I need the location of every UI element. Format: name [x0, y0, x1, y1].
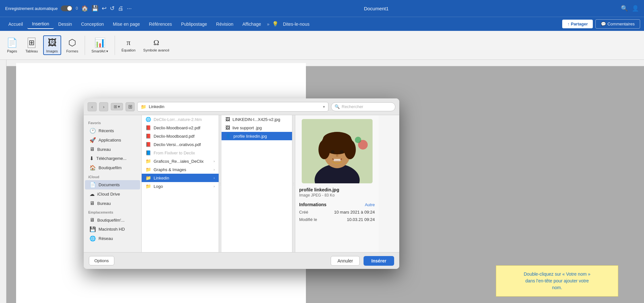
icloud-icon: ☁ — [90, 191, 95, 197]
linkedin-folder-item[interactable]: 📁 Linkedin › — [142, 174, 219, 182]
file-column-1: 🌐 DeClix-Lorr...nature-2.htm 📕 Declix-Mo… — [142, 115, 219, 252]
location-selector[interactable]: 📁 Linkedin ▾ — [137, 102, 328, 112]
more-icon[interactable]: ··· — [127, 5, 132, 12]
menu-insertion[interactable]: Insertion — [27, 19, 54, 29]
search-icon[interactable]: 🔍 — [621, 5, 628, 12]
menu-accueil[interactable]: Accueil — [4, 20, 27, 29]
options-button[interactable]: Options — [89, 256, 114, 265]
file-picker-dialog: ‹ › ⊞ ▾ ⊞ 📁 Linkedin ▾ 🔍 Rechercher Favo… — [84, 98, 399, 269]
search-box[interactable]: 🔍 Rechercher — [331, 102, 395, 111]
ribbon-symbole[interactable]: Ω Symbole avancé — [141, 37, 172, 53]
sidebar-item-recents[interactable]: 🕐 Récents — [85, 126, 140, 135]
folder-chevron: › — [213, 184, 215, 188]
sidebar-item-boutiquefilm2[interactable]: 🖥 Boutiquefilm'... — [85, 216, 140, 225]
menubar-right: ↑ Partager 💬 Commentaires — [562, 19, 640, 29]
sidebar-item-documents[interactable]: 📄 Documents — [85, 180, 140, 189]
titlebar: Enregistrement automatique 0 🏠 💾 ↩ ↺ 🖨 ·… — [0, 0, 644, 17]
redo-icon[interactable]: ↺ — [110, 5, 115, 12]
menu-conception[interactable]: Conception — [77, 20, 109, 29]
ribbon-sep-1 — [85, 36, 85, 55]
preview-created-row: Créé 10 mars 2021 à 09:24 — [299, 210, 375, 215]
folder-item[interactable]: 📁 Graphs & Images › — [142, 165, 219, 174]
sidebar-item-icloud-drive[interactable]: ☁ iCloud Drive — [85, 189, 140, 199]
html-file-icon: 🌐 — [146, 117, 151, 122]
sidebar-item-documents-label: Documents — [99, 182, 120, 187]
print-icon[interactable]: 🖨 — [118, 5, 124, 12]
save-icon[interactable]: 💾 — [91, 5, 99, 12]
comments-button[interactable]: 💬 Commentaires — [595, 19, 640, 29]
boutiquefilm-icon: 🏠 — [90, 165, 96, 171]
document-area: Prem Double-cliquez sur « Votre nom »dan… — [0, 60, 644, 303]
preview-modified-label: Modifié le — [299, 217, 317, 222]
titlebar-left: Enregistrement automatique 0 🏠 💾 ↩ ↺ 🖨 ·… — [5, 5, 132, 12]
pages-icon: 📄 — [6, 37, 18, 48]
ribbon-pages[interactable]: 📄 Pages — [4, 36, 20, 54]
file-item[interactable]: 🖼 live support .jpg — [222, 124, 292, 132]
search-icon: 🔍 — [335, 104, 340, 109]
menu-references[interactable]: Références — [145, 20, 177, 29]
ruler-vertical — [0, 60, 6, 303]
sidebar-item-bureau[interactable]: 🖥 Bureau — [85, 145, 140, 154]
ribbon-formes[interactable]: ⬡ Formes — [64, 36, 81, 54]
ribbon-equation[interactable]: π Équation — [119, 37, 138, 53]
menu-affichage[interactable]: Affichage — [238, 20, 266, 29]
file-item-name: Declix-Versi...orativos.pdf — [154, 142, 201, 147]
user-icon[interactable]: 👤 — [632, 5, 639, 12]
ribbon-images[interactable]: 🖼 Images — [43, 35, 61, 55]
menu-dites-le-nous[interactable]: Dites-le-nous — [279, 20, 314, 29]
folder-item[interactable]: 📁 Graficos_Re...iales_DeClix › — [142, 157, 219, 165]
panel-resize-1[interactable]: ⋮ — [219, 115, 222, 252]
file-item[interactable]: 📘 From Fixilver to Declix — [142, 149, 219, 157]
ribbon: 📄 Pages ⊞ Tableau 🖼 Images ⬡ Formes 📊 Sm… — [0, 31, 644, 60]
file-item[interactable]: 🌐 DeClix-Lorr...nature-2.htm — [142, 115, 219, 124]
folder-icon: 📁 — [146, 167, 151, 172]
folder-item-name: Logo — [154, 184, 163, 189]
sidebar-item-applications[interactable]: 🚀 Applications — [85, 135, 140, 145]
sidebar-item-bureau-label: Bureau — [97, 147, 111, 152]
profile-file-item[interactable]: 👤 profile linkedin.jpg — [222, 132, 292, 140]
undo-icon[interactable]: ↩ — [102, 5, 107, 12]
file-item[interactable]: 📕 Declix-Moodboard-v2.pdf — [142, 124, 219, 132]
sidebar-item-reseau[interactable]: 🌐 Réseau — [85, 234, 140, 243]
location-label: Linkedin — [149, 104, 164, 109]
autosave-label: Enregistrement automatique — [5, 6, 58, 11]
svg-point-7 — [323, 132, 351, 146]
home-icon[interactable]: 🏠 — [81, 5, 88, 12]
autosave-toggle[interactable] — [61, 5, 72, 11]
menu-publipostage[interactable]: Publipostage — [176, 20, 212, 29]
preview-autre-link[interactable]: Autre — [365, 202, 375, 207]
menu-dessin[interactable]: Dessin — [54, 20, 77, 29]
file-item[interactable]: 📕 Declix-Versi...orativos.pdf — [142, 140, 219, 149]
menu-revision[interactable]: Révision — [212, 20, 238, 29]
sidebar-item-icloud-label: iCloud Drive — [97, 192, 120, 197]
smartart-label: SmartArt ▾ — [91, 49, 108, 53]
sidebar-section-icloud: iCloud — [84, 172, 141, 180]
sidebar-item-macintosh[interactable]: 💾 Macintosh HD — [85, 225, 140, 234]
folder-chevron: › — [213, 159, 215, 163]
sidebar-item-icloud-bureau[interactable]: 🖥 Bureau — [85, 199, 140, 208]
file-item[interactable]: 🖼 LINKEDIN-I...X425-v2.jpg — [222, 115, 292, 124]
preview-created-value: 10 mars 2021 à 09:24 — [334, 210, 375, 215]
view-toggle-button[interactable]: ⊞ ▾ — [111, 103, 123, 110]
file-item-name: live support .jpg — [232, 125, 262, 130]
folder-chevron: › — [213, 168, 215, 171]
sidebar-item-boutiquefilm[interactable]: 🏠 Boutiquefilm — [85, 163, 140, 172]
reseau-icon: 🌐 — [90, 235, 96, 242]
share-button[interactable]: ↑ Partager — [562, 20, 593, 28]
file-item[interactable]: 📕 Declix-Moodboard.pdf — [142, 132, 219, 140]
ribbon-tableau[interactable]: ⊞ Tableau — [23, 36, 41, 54]
ribbon-smartart[interactable]: 📊 SmartArt ▾ — [89, 36, 111, 55]
panel-resize-2[interactable]: ⋮ — [292, 115, 295, 252]
cancel-button[interactable]: Annuler — [331, 256, 360, 266]
new-folder-button[interactable]: ⊞ — [126, 102, 135, 111]
svg-point-8 — [331, 150, 335, 153]
folder-item[interactable]: 📁 Logo › — [142, 182, 219, 190]
menu-mise-en-page[interactable]: Mise en page — [108, 20, 144, 29]
icloud-bureau-icon: 🖥 — [90, 200, 95, 206]
more-menu-icon[interactable]: » — [266, 22, 271, 27]
nav-back-button[interactable]: ‹ — [88, 102, 97, 111]
sidebar-item-telechargements[interactable]: ⬇ Téléchargeme... — [85, 154, 140, 163]
insert-button[interactable]: Insérer — [364, 256, 394, 266]
nav-forward-button[interactable]: › — [99, 102, 108, 111]
svg-point-10 — [336, 155, 338, 157]
